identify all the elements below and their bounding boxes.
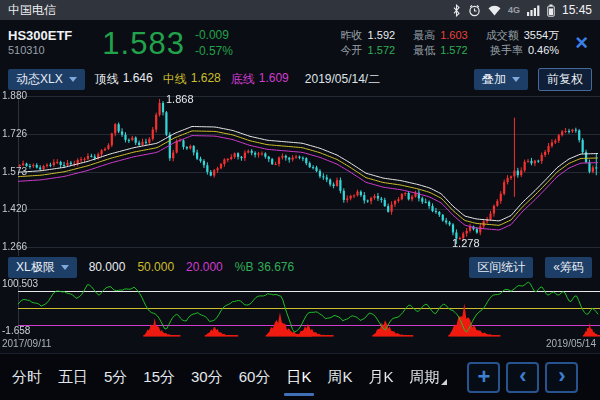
level-50-label: 50.000 <box>137 260 174 274</box>
y-axis-label: 1.726 <box>2 128 27 140</box>
tab-5min[interactable]: 5分 <box>104 354 127 400</box>
y-axis-label: 1.420 <box>2 203 27 215</box>
band-bottom-value: 底线1.609 <box>231 71 289 88</box>
status-bar: 中国电信 4G 15:45 <box>0 0 600 20</box>
oscillator-min-label: -1.658 <box>2 325 30 336</box>
stat-prev-close: 昨收1.592 <box>341 30 396 41</box>
stock-app-screen: 中国电信 4G 15:45 HS300ETF 510310 1.583 -0.0… <box>0 0 600 400</box>
last-price: 1.583 <box>102 28 185 59</box>
oscillator-max-label: 100.503 <box>2 278 38 289</box>
stat-open: 今开1.572 <box>341 45 396 56</box>
price-change-percent: -0.57% <box>195 43 233 59</box>
corner-triangle-icon <box>441 379 447 385</box>
price-change: -0.009 <box>195 27 233 43</box>
oscillator-chart: 100.503 -1.658 2017/09/11 2019/05/14 <box>0 278 600 353</box>
chevron-down-icon <box>69 77 77 82</box>
stat-low: 最低1.572 <box>413 45 468 56</box>
quote-header: HS300ETF 510310 1.583 -0.009 -0.57% 昨收1.… <box>0 20 600 66</box>
stat-high: 最高1.603 <box>413 30 468 41</box>
y-axis-label: 1.266 <box>2 241 27 253</box>
tab-30min[interactable]: 30分 <box>191 354 223 400</box>
alarm-clock-icon <box>468 4 481 17</box>
prev-page-button[interactable]: ‹ <box>506 362 539 393</box>
clock-time: 15:45 <box>562 3 592 17</box>
band-mid-value: 中线1.628 <box>163 71 221 88</box>
band-top-value: 顶线1.646 <box>95 71 153 88</box>
chevron-left-icon: ‹ <box>519 365 526 390</box>
add-indicator-button[interactable]: + <box>467 362 500 393</box>
tab-5day[interactable]: 五日 <box>58 354 88 400</box>
chevron-down-icon <box>61 265 69 270</box>
period-tab-bar: 分时 五日 5分 15分 30分 60分 日K 周K 月K 周期 + ‹ › <box>0 353 600 400</box>
battery-icon <box>547 4 555 17</box>
low-price-annotation: 1.278 <box>452 237 480 249</box>
y-axis-label: 1.880 <box>2 90 27 102</box>
sub-indicator-selector-button[interactable]: XL极限 <box>8 257 77 278</box>
quote-stats: 昨收1.592 最高1.603 成交额3554万 今开1.572 最低1.572… <box>341 30 560 56</box>
security-name-block: HS300ETF 510310 <box>8 29 72 57</box>
carrier-label: 中国电信 <box>8 2 56 19</box>
high-price-annotation: 1.868 <box>166 93 194 105</box>
bluetooth-icon <box>452 4 461 17</box>
cursor-date: 2019/05/14/二 <box>305 71 380 88</box>
tab-weekly-k[interactable]: 周K <box>327 354 352 400</box>
wifi-icon <box>488 5 501 16</box>
overlay-button[interactable]: 叠加 <box>474 69 528 90</box>
tab-15min[interactable]: 15分 <box>143 354 175 400</box>
stat-turnover: 成交额3554万 <box>486 30 559 41</box>
chevron-down-icon <box>512 77 520 82</box>
next-page-button[interactable]: › <box>545 362 578 393</box>
level-80-label: 80.000 <box>89 260 126 274</box>
percent-b-value: %B36.676 <box>235 260 294 274</box>
sub-chart-toolbar: XL极限 80.000 50.000 20.000 %B36.676 区间统计 … <box>0 256 600 278</box>
chip-distribution-button[interactable]: «筹码 <box>545 257 592 278</box>
security-code: 510310 <box>8 44 72 57</box>
tab-daily-k[interactable]: 日K <box>286 354 311 400</box>
tab-period-more[interactable]: 周期 <box>409 354 447 400</box>
candlestick-chart: 1.880 1.726 1.573 1.420 1.266 1.868 1.27… <box>0 90 600 256</box>
close-icon[interactable]: × <box>575 32 588 54</box>
tab-60min[interactable]: 60分 <box>239 354 271 400</box>
chart-end-date: 2019/05/14 <box>546 338 596 349</box>
chevron-right-icon: › <box>558 365 565 390</box>
network-type-label: 4G <box>508 5 520 15</box>
main-chart-toolbar: 动态XLX 顶线1.646 中线1.628 底线1.609 2019/05/14… <box>0 66 600 92</box>
stat-turnover-rate: 换手率0.46% <box>486 45 559 56</box>
level-20-label: 20.000 <box>186 260 223 274</box>
oscillator-canvas[interactable] <box>0 278 600 353</box>
tab-minute[interactable]: 分时 <box>12 354 42 400</box>
tab-monthly-k[interactable]: 月K <box>368 354 393 400</box>
security-name: HS300ETF <box>8 29 72 44</box>
forward-adjust-button[interactable]: 前复权 <box>538 68 592 91</box>
chart-start-date: 2017/09/11 <box>2 338 51 349</box>
y-axis-label: 1.573 <box>2 166 27 178</box>
signal-strength-icon <box>527 5 540 16</box>
price-change-block: -0.009 -0.57% <box>195 27 233 59</box>
indicator-selector-button[interactable]: 动态XLX <box>8 69 85 90</box>
main-candlestick-canvas[interactable] <box>0 90 600 256</box>
range-stats-button[interactable]: 区间统计 <box>469 257 533 278</box>
